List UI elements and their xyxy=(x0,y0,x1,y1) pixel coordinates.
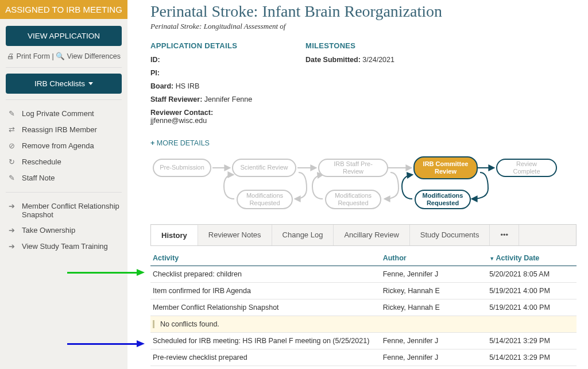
tab-bar: HistoryReviewer NotesChange LogAncillary… xyxy=(150,224,577,246)
cell-author: Fenne, Jennifer J xyxy=(381,366,488,370)
workflow-diagram: Pre-Submission Scientific Review IRB Sta… xyxy=(150,154,577,217)
cell-author: Rickey, Hannah E xyxy=(381,283,488,299)
table-row: Private comment loggedFenne, Jennifer J5… xyxy=(150,366,577,370)
cell-date: 5/19/2021 4:00 PM xyxy=(487,299,577,316)
wf-mods-3: Modifications Requested xyxy=(415,190,471,209)
col-activity-date[interactable]: Activity Date xyxy=(487,251,577,266)
actions-list: ✎Log Private Comment⇄Reassign IRB Member… xyxy=(6,106,122,186)
wf-scientific-review: Scientific Review xyxy=(232,159,296,177)
cell-activity: Private comment logged xyxy=(150,366,381,370)
activity-table: Activity Author Activity Date Checklist … xyxy=(150,251,577,369)
print-diff-links: 🖨 Print Form | 🔍 View Differences xyxy=(6,52,122,60)
sidebar-secondary-action[interactable]: ➔Member Conflict Relationship Snapshot xyxy=(6,198,122,222)
application-details-head: APPLICATION DETAILS xyxy=(150,41,271,50)
page-subtitle: Perinatal Stroke: Longitudinal Assessmen… xyxy=(150,22,577,31)
sidebar-secondary-action[interactable]: ➔Take Ownership xyxy=(6,222,122,239)
table-row: Member Conflict Relationship SnapshotRic… xyxy=(150,299,577,316)
table-row: No conflicts found. xyxy=(150,316,577,333)
wf-review-complete: Review Complete xyxy=(496,159,557,177)
action-label: Staff Note xyxy=(22,174,55,182)
table-row: Pre-review checklist preparedFenne, Jenn… xyxy=(150,349,577,366)
action-icon: ✎ xyxy=(7,109,16,118)
action-label: Member Conflict Relationship Snapshot xyxy=(22,202,121,219)
action-icon: ⇄ xyxy=(7,125,16,134)
action-icon: ✎ xyxy=(7,174,16,183)
sidebar-action[interactable]: ↻Reschedule xyxy=(6,154,122,170)
sidebar-secondary-action[interactable]: ➔View Study Team Training xyxy=(6,239,122,255)
cell-activity: Scheduled for IRB meeting: HS IRB Panel … xyxy=(150,333,381,349)
reviewer-contact-value: jjfenne@wisc.edu xyxy=(150,117,207,125)
wf-committee-review: IRB Committee Review xyxy=(413,156,478,179)
page-title: Perinatal Stroke: Infant Brain Reorganiz… xyxy=(150,2,577,21)
sidebar-action[interactable]: ✎Log Private Comment xyxy=(6,106,122,122)
tab-history[interactable]: History xyxy=(151,224,198,245)
col-author[interactable]: Author xyxy=(381,251,488,266)
staff-reviewer-value: Jennifer Fenne xyxy=(204,95,252,103)
action-label: Log Private Comment xyxy=(22,109,94,118)
action-label: Take Ownership xyxy=(22,226,75,235)
cell-date: 5/14/2021 3:29 PM xyxy=(487,349,577,366)
cell-date: 5/20/2021 8:05 AM xyxy=(487,266,577,283)
milestones-head: MILESTONES xyxy=(305,41,394,50)
cell-author: Fenne, Jennifer J xyxy=(381,349,488,366)
wf-pre-submission: Pre-Submission xyxy=(153,159,211,177)
date-submitted-value: 3/24/2021 xyxy=(362,56,394,64)
cell-date: 5/14/2021 3:29 PM xyxy=(487,333,577,349)
main-content: Perinatal Stroke: Infant Brain Reorganiz… xyxy=(127,0,588,369)
search-icon: 🔍 xyxy=(56,52,65,60)
secondary-actions-list: ➔Member Conflict Relationship Snapshot➔T… xyxy=(6,198,122,255)
table-row: Item confirmed for IRB AgendaRickey, Han… xyxy=(150,283,577,299)
tab-study-documents[interactable]: Study Documents xyxy=(410,225,490,245)
wf-staff-pre-review: IRB Staff Pre-Review xyxy=(318,159,388,177)
tab-change-log[interactable]: Change Log xyxy=(272,225,334,245)
col-activity[interactable]: Activity xyxy=(150,251,381,266)
cell-author: Rickey, Hannah E xyxy=(381,299,488,316)
action-label: Remove from Agenda xyxy=(22,141,94,150)
tab-ancillary-review[interactable]: Ancillary Review xyxy=(334,225,409,245)
board-value: HS IRB xyxy=(176,82,200,90)
action-label: Reassign IRB Member xyxy=(22,125,97,134)
arrow-icon: ➔ xyxy=(7,242,16,251)
table-row: Scheduled for IRB meeting: HS IRB Panel … xyxy=(150,333,577,349)
wf-mods-1: Modifications Requested xyxy=(237,190,293,209)
cell-author: Fenne, Jennifer J xyxy=(381,333,488,349)
action-icon: ↻ xyxy=(7,157,16,167)
arrow-icon: ➔ xyxy=(7,202,16,211)
sidebar-action[interactable]: ✎Staff Note xyxy=(6,170,122,186)
sidebar-action[interactable]: ⊘Remove from Agenda xyxy=(6,138,122,154)
sidebar: ASSIGNED TO IRB MEETING VIEW APPLICATION… xyxy=(0,0,127,369)
status-banner: ASSIGNED TO IRB MEETING xyxy=(0,0,127,19)
more-details-toggle[interactable]: MORE DETAILS xyxy=(150,139,210,147)
action-icon: ⊘ xyxy=(7,141,16,151)
wf-mods-2: Modifications Requested xyxy=(325,190,381,209)
cell-activity: Item confirmed for IRB Agenda xyxy=(150,283,381,299)
print-icon: 🖨 xyxy=(7,52,14,60)
cell-activity: Member Conflict Relationship Snapshot xyxy=(150,299,381,316)
view-differences-link[interactable]: View Differences xyxy=(67,52,121,60)
tab-reviewer-notes[interactable]: Reviewer Notes xyxy=(198,225,272,245)
table-row: Checklist prepared: childrenFenne, Jenni… xyxy=(150,266,577,283)
print-form-link[interactable]: Print Form xyxy=(17,52,50,60)
cell-date: 5/14/2021 3:25 PM xyxy=(487,366,577,370)
cell-activity: Checklist prepared: children xyxy=(150,266,381,283)
action-label: View Study Team Training xyxy=(22,242,108,251)
tab-more[interactable]: ••• xyxy=(490,225,519,245)
arrow-icon: ➔ xyxy=(7,226,16,235)
cell-date: 5/19/2021 4:00 PM xyxy=(487,283,577,299)
action-label: Reschedule xyxy=(22,157,61,166)
irb-checklists-dropdown[interactable]: IRB Checklists xyxy=(6,74,122,94)
sidebar-action[interactable]: ⇄Reassign IRB Member xyxy=(6,122,122,138)
cell-activity: Pre-review checklist prepared xyxy=(150,349,381,366)
cell-author: Fenne, Jennifer J xyxy=(381,266,488,283)
view-application-button[interactable]: VIEW APPLICATION xyxy=(6,26,122,46)
